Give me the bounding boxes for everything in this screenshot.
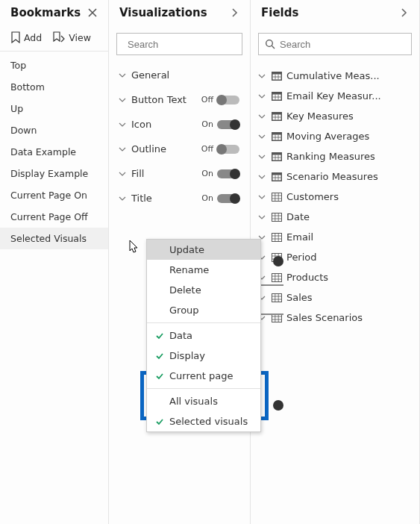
format-section-icon[interactable]: Icon On (112, 112, 247, 137)
fields-search[interactable] (258, 33, 412, 55)
search-input[interactable] (128, 39, 253, 50)
bookmark-item[interactable]: Display Example (0, 163, 108, 184)
context-menu-item[interactable]: Rename (147, 260, 260, 280)
toggle-switch[interactable] (217, 145, 239, 154)
chevron-down-icon (118, 146, 127, 152)
chevron-down-icon (257, 134, 267, 140)
fields-title: Fields (261, 6, 298, 19)
context-menu-label: Display (169, 350, 205, 361)
context-menu-item[interactable]: Data (147, 325, 260, 346)
context-menu-separator (147, 388, 260, 389)
context-menu-item[interactable]: Current page (147, 366, 260, 386)
fields-list: Cumulative Meas...Email Key Measur...Key… (251, 63, 419, 331)
field-row[interactable]: Cumulative Meas... (251, 66, 419, 86)
bookmark-item[interactable]: Down (0, 119, 108, 141)
svg-rect-16 (272, 233, 282, 241)
chevron-right-icon[interactable] (395, 4, 412, 21)
fields-header: Fields (251, 0, 419, 27)
bookmark-item-label: Current Page Off (10, 211, 88, 222)
field-row[interactable]: Scenario Measures (251, 166, 419, 187)
chevron-down-icon (257, 73, 267, 79)
measure-table-icon (272, 152, 282, 161)
visualizations-title: Visualizations (119, 6, 207, 19)
measure-table-icon (272, 132, 282, 141)
bookmark-item-label: Top (10, 60, 26, 71)
toggle-switch[interactable] (217, 169, 239, 178)
view-bookmark-button[interactable]: View (52, 31, 91, 43)
bookmarks-header: Bookmarks (0, 0, 108, 27)
field-label: Sales Scenarios (286, 312, 363, 323)
format-section-title[interactable]: Title On (112, 186, 247, 210)
bookmark-item-label: Up (10, 103, 23, 114)
field-label: Email Key Measur... (286, 90, 381, 102)
field-label: Email (286, 231, 313, 243)
field-row[interactable]: Email (251, 227, 419, 247)
chevron-down-icon (118, 97, 127, 103)
toggle-state: Off (201, 144, 213, 154)
visualizations-search[interactable] (116, 33, 242, 55)
bookmark-add-icon (10, 31, 21, 43)
chevron-down-icon (118, 122, 127, 128)
context-menu-item[interactable]: Display (147, 346, 260, 366)
context-menu-label: Delete (169, 284, 201, 296)
context-menu-item[interactable]: Delete (147, 280, 260, 300)
field-row[interactable]: Customers (251, 187, 419, 207)
format-list: General Button Text Off Icon On Outline … (109, 63, 250, 210)
context-menu-item[interactable]: All visuals (147, 391, 260, 411)
toggle-state: On (201, 119, 213, 129)
table-icon (272, 273, 282, 282)
field-label: Date (286, 211, 310, 222)
context-menu-item[interactable]: Selected visuals (147, 411, 260, 431)
bookmark-item[interactable]: Bottom (0, 76, 108, 98)
format-label: Fill (131, 168, 144, 179)
bookmark-item[interactable]: Up (0, 98, 108, 119)
bookmark-item-label: Down (10, 125, 37, 136)
field-row[interactable]: Sales (251, 287, 419, 308)
toggle-knob-overflow (261, 256, 283, 266)
bookmark-item[interactable]: Top (0, 54, 108, 76)
chevron-right-icon[interactable] (226, 4, 242, 21)
field-label: Ranking Measures (286, 151, 375, 162)
field-row[interactable]: Date (251, 207, 419, 227)
bookmark-view-icon (52, 31, 66, 43)
context-menu-item[interactable]: Update (147, 240, 260, 260)
bookmark-item[interactable]: Current Page Off (0, 206, 108, 228)
field-label: Cumulative Meas... (286, 70, 380, 81)
field-row[interactable]: Moving Averages (251, 126, 419, 146)
toggle-switch[interactable] (217, 194, 239, 203)
field-row[interactable]: Ranking Measures (251, 146, 419, 166)
context-menu-label: Group (169, 305, 199, 316)
bookmark-item[interactable]: Current Page On (0, 184, 108, 206)
context-menu-separator (147, 322, 260, 323)
format-label: Title (131, 193, 152, 204)
format-label: Icon (131, 119, 151, 130)
bookmark-context-menu: UpdateRenameDeleteGroupDataDisplayCurren… (146, 239, 261, 432)
bookmark-item[interactable]: Data Example (0, 141, 108, 163)
chevron-down-icon (257, 214, 267, 220)
search-input[interactable] (280, 39, 405, 50)
toggle-switch[interactable] (217, 96, 239, 105)
field-row[interactable]: Key Measures (251, 106, 419, 126)
format-label: General (131, 69, 169, 81)
field-label: Moving Averages (286, 131, 369, 142)
format-section-fill[interactable]: Fill On (112, 161, 247, 186)
format-section-general[interactable]: General (112, 63, 247, 87)
chevron-down-icon (257, 194, 267, 200)
add-bookmark-button[interactable]: Add (10, 31, 42, 43)
format-section-button-text[interactable]: Button Text Off (112, 87, 247, 112)
close-icon[interactable] (84, 4, 101, 21)
bookmark-item[interactable]: Selected Visuals (0, 228, 108, 249)
svg-rect-15 (272, 213, 282, 221)
context-menu-item[interactable]: Group (147, 300, 260, 320)
toggle-state: On (201, 169, 213, 178)
toggle-switch[interactable] (217, 120, 239, 129)
chevron-down-icon (118, 171, 127, 177)
checkmark-icon (154, 352, 165, 361)
field-row[interactable]: Sales Scenarios (251, 308, 419, 328)
format-section-outline[interactable]: Outline Off (112, 137, 247, 161)
field-label: Key Measures (286, 110, 354, 122)
context-menu-label: Rename (169, 264, 209, 275)
checkmark-icon (154, 372, 165, 381)
cursor-pointer-icon (125, 239, 140, 258)
field-row[interactable]: Email Key Measur... (251, 86, 419, 106)
